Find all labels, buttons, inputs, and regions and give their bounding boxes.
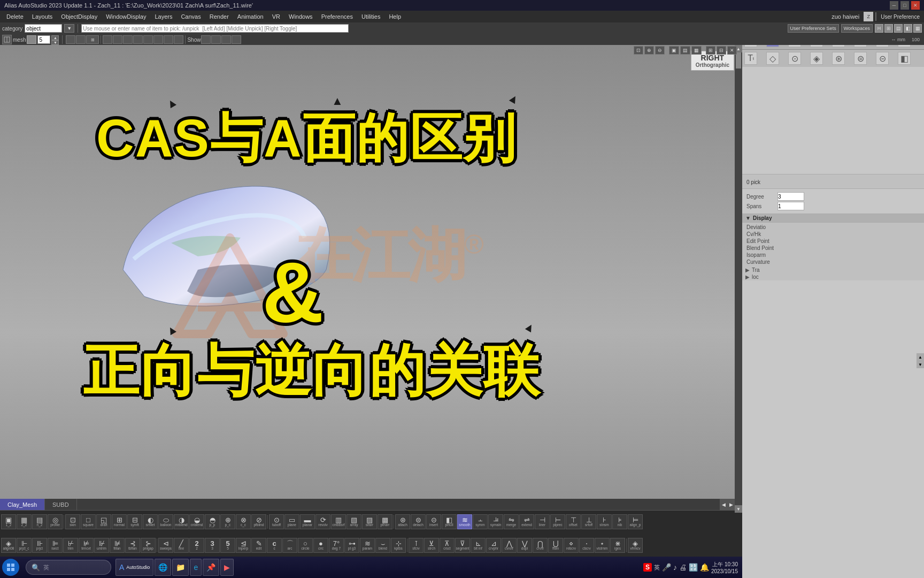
user-preferences-link[interactable]: User Preference — [879, 14, 922, 20]
ti-cbcrv[interactable]: ⋅cbcrv — [579, 538, 594, 553]
tb2-icon1[interactable] — [2, 35, 12, 44]
tray-ime-icon[interactable]: 英 — [654, 564, 660, 572]
ti-revolv[interactable]: ⟳revolv — [315, 514, 330, 529]
user-avatar[interactable]: Z — [864, 12, 873, 21]
ti-pp[interactable]: ◓p_p — [205, 514, 220, 529]
ti-pfblind[interactable]: ⊘pfblind — [251, 514, 266, 529]
ti-ptharr[interactable]: ▩ptharr — [378, 514, 392, 529]
viewport-close[interactable]: ✕ — [727, 46, 737, 55]
ti-5[interactable]: 55 — [220, 538, 235, 553]
menu-windows[interactable]: Windows — [284, 11, 317, 22]
minimize-button[interactable]: ─ — [890, 1, 898, 10]
tab-subd[interactable]: SUBD — [45, 499, 77, 510]
ti-cvroff[interactable]: ⋀cvroff — [502, 538, 517, 553]
rp-ic-8[interactable]: ◧ — [898, 52, 911, 65]
taskbar-app-edge[interactable]: e — [190, 559, 202, 576]
ti-symm[interactable]: ⫠symm — [473, 514, 488, 529]
ti-iges[interactable]: ⋇iges — [610, 538, 625, 553]
ti-rebcrv[interactable]: ⋄rebcrv — [564, 538, 579, 553]
ti-srfoff[interactable]: ⊥srfoff — [581, 514, 596, 529]
ti-dupl[interactable]: ⋁dupl — [517, 538, 532, 553]
rp-scrollbar[interactable]: ▲ ▼ — [917, 353, 924, 368]
close-button[interactable]: ✕ — [911, 1, 920, 10]
ti-normal[interactable]: ⊞normal — [112, 514, 127, 529]
menu-help[interactable]: Help — [384, 11, 405, 22]
ti-strch[interactable]: ⊻strch — [424, 538, 439, 553]
ti-srfillet[interactable]: ◐srfillet — [143, 514, 158, 529]
ti-2-2[interactable]: ▦2_2 — [17, 514, 32, 529]
tb2-grid3[interactable] — [123, 35, 133, 44]
tray-bell-icon[interactable]: 🔔 — [700, 563, 709, 572]
tray-keyboard-icon[interactable]: 🔡 — [689, 563, 698, 572]
taskbar-app-browser[interactable]: 🌐 — [155, 559, 171, 576]
ti-plhull[interactable]: ◧plhull — [442, 514, 457, 529]
ti-ffbln[interactable]: ⋃ffbln — [548, 538, 563, 553]
tb2-snap1[interactable] — [66, 35, 75, 44]
scroll-thumb[interactable] — [736, 52, 741, 69]
tb2-grid7[interactable] — [164, 35, 173, 44]
ti-insert[interactable]: ⊝insert — [426, 514, 441, 529]
tb2-grid4[interactable] — [133, 35, 143, 44]
toolbar-icon-5[interactable]: ▦ — [913, 24, 922, 33]
ti-1-2[interactable]: ▣1_2 — [1, 514, 16, 529]
ti-planar[interactable]: ▬planar — [300, 514, 315, 529]
menu-preferences[interactable]: Preferences — [317, 11, 357, 22]
rp-ic-5[interactable]: ⊛ — [832, 52, 845, 65]
rp-t[interactable]: T t — [744, 52, 757, 65]
viewport-zoom-in[interactable]: ⊕ — [644, 46, 654, 55]
ti-segment[interactable]: ⊽segment — [455, 538, 470, 553]
menu-windowdisplay[interactable]: WindowDisplay — [102, 11, 150, 22]
maximize-button[interactable]: □ — [900, 1, 909, 10]
viewport-scrollbar[interactable]: ▲ ▼ — [735, 45, 742, 513]
ti-merge[interactable]: ⇋merge — [504, 514, 519, 529]
tra-toggle[interactable]: ▶ Tra — [742, 267, 924, 273]
ti-cc[interactable]: ⊗c_c — [236, 514, 251, 529]
ti-detach[interactable]: ⊜detach — [411, 514, 426, 529]
ti-blend[interactable]: ⌣blend — [375, 538, 390, 553]
loc-toggle[interactable]: ▶ loc — [742, 273, 924, 280]
ti-extend[interactable]: ⇌extend — [519, 514, 534, 529]
ti-balloon[interactable]: ⬭balloon — [158, 514, 173, 529]
start-button[interactable] — [2, 559, 19, 576]
ti-trmcvt[interactable]: ⊭trmcvt — [79, 538, 94, 553]
scroll-track[interactable] — [735, 52, 742, 505]
rp-ic-4[interactable]: ◈ — [810, 52, 823, 65]
taskbar-search[interactable]: 🔍 英 — [26, 560, 111, 575]
ti-pnlgap[interactable]: ⊱pnlgap — [141, 538, 156, 553]
layer-value-input[interactable] — [37, 35, 50, 44]
ti-profile[interactable]: ◎profile — [48, 514, 63, 529]
tab-scroll-right[interactable]: ▶ — [727, 499, 735, 511]
rp-ic-2[interactable]: ◇ — [766, 52, 779, 65]
toolbar-icon-1[interactable]: H — [875, 24, 883, 33]
taskbar-app-autostudio[interactable]: A AutoStudio — [116, 559, 153, 576]
viewport-full[interactable]: ⊟ — [717, 46, 726, 55]
display-section-toggle[interactable]: ▼ Display — [742, 214, 924, 223]
menu-canvas[interactable]: Canvas — [176, 11, 205, 22]
ti-tuboff[interactable]: ⊙tuboff — [269, 514, 284, 529]
ti-3[interactable]: 33 — [205, 538, 220, 553]
menu-layouts[interactable]: Layouts — [28, 11, 57, 22]
taskbar-app-files[interactable]: 📁 — [172, 559, 189, 576]
tray-s-icon[interactable]: S — [643, 563, 652, 572]
viewport-shade1[interactable]: ▣ — [669, 46, 679, 55]
ti-crsct[interactable]: ⊼crsct — [440, 538, 455, 553]
menu-layers[interactable]: Layers — [150, 11, 176, 22]
ti-sweeps[interactable]: ⊲sweeps — [158, 538, 173, 553]
main-viewport[interactable]: ▲ ▲ ▲ ▲ ▲ CAS与A面的区别 & 正向与逆向的关联 在江湖® — [0, 45, 742, 524]
menu-delete[interactable]: Delete — [2, 11, 28, 22]
ti-symft[interactable]: ⊟symft — [127, 514, 142, 529]
ti-fillan[interactable]: ⊯fillan — [110, 538, 125, 553]
ti-trim[interactable]: ⊬trim — [63, 538, 78, 553]
tab-scroll-left[interactable]: ◀ — [720, 499, 727, 511]
menu-vr[interactable]: VR — [268, 11, 284, 22]
ti-untrim[interactable]: ⊮untrim — [94, 538, 109, 553]
ti-cmbbsrf[interactable]: ▥cmbbsrf — [331, 514, 346, 529]
tb2-show4[interactable] — [232, 35, 241, 44]
ti-param[interactable]: ≋param — [360, 538, 375, 553]
menu-utilities[interactable]: Utilities — [357, 11, 384, 22]
ti-deg7[interactable]: 7°deg 7 — [329, 538, 344, 553]
ti-liner[interactable]: ⊣liner — [535, 514, 550, 529]
layer-spinner[interactable]: ▲ ▼ — [51, 35, 59, 44]
toolbar-icon-4[interactable]: ◧ — [904, 24, 912, 33]
ti-pc[interactable]: ⊕p_c — [220, 514, 235, 529]
